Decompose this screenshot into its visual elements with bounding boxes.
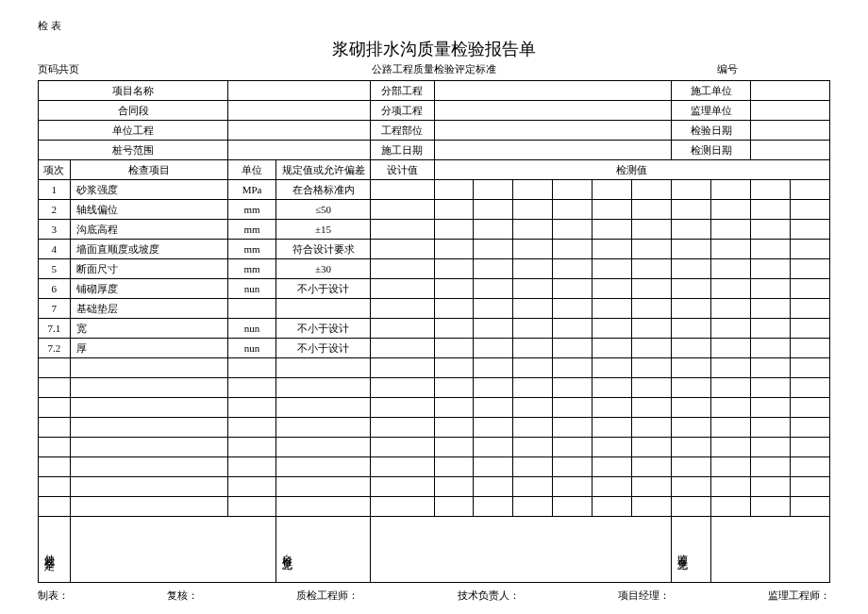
table-row [39,497,830,517]
label-inspect-date: 检验日期 [672,121,751,141]
supervise-cell [711,517,830,583]
appearance-cell [70,517,275,583]
footer-qc-engineer: 质检工程师： [296,589,359,603]
label-supervise-unit: 监理单位 [672,101,751,121]
header-row-2: 合同段 分项工程 监理单位 [39,101,830,121]
footer-maker: 制表： [38,589,69,603]
label-test-date: 检测日期 [672,141,751,160]
header-row-4: 桩号范围 施工日期 检测日期 [39,141,830,160]
table-row: 5 断面尺寸 mm ±30 [39,259,830,279]
label-construction-unit: 施工单位 [672,81,751,101]
subtitle-row: 页码共页 公路工程质量检验评定标准 编号 [38,62,830,76]
footer-row: 制表： 复核： 质检工程师： 技术负责人： 项目经理： 监理工程师： [38,589,830,603]
col-design: 设计值 [371,160,434,180]
bottom-row: 外观鉴定 自检意见 监理意见 [39,517,830,583]
table-row [39,477,830,497]
table-row: 7 基础垫层 [39,299,830,319]
report-table: 项目名称 分部工程 施工单位 合同段 分项工程 监理单位 单位工程 工程部位 检… [38,80,830,583]
label-part: 工程部位 [371,121,434,141]
table-row [39,358,830,378]
column-header-row: 项次 检查项目 单位 规定值或允许偏差 设计值 检测值 [39,160,830,180]
footer-supervise-engineer: 监理工程师： [768,589,830,603]
label-unit-project: 单位工程 [39,121,228,141]
table-row [39,398,830,418]
table-row: 1 砂浆强度 MPa 在合格标准内 [39,180,830,200]
standard-text: 公路工程质量检验评定标准 [151,62,717,76]
table-row: 4 墙面直顺度或坡度 mm 符合设计要求 [39,240,830,259]
table-row: 7.1 宽 nun 不小于设计 [39,319,830,339]
label-contract: 合同段 [39,101,228,121]
table-row: 7.2 厚 nun 不小于设计 [39,339,830,358]
col-spec: 规定值或允许偏差 [275,160,371,180]
table-row [39,418,830,438]
selfcheck-cell [371,517,672,583]
label-pile-range: 桩号范围 [39,141,228,160]
appearance-label: 外观鉴定 [39,517,71,583]
table-row: 3 沟底高程 mm ±15 [39,220,830,240]
selfcheck-label: 自检意见 [275,517,371,583]
header-row-3: 单位工程 工程部位 检验日期 [39,121,830,141]
header-row-1: 项目名称 分部工程 施工单位 [39,81,830,101]
main-title: 浆砌排水沟质量检验报告单 [151,38,717,60]
footer-reviewer: 复核： [167,589,198,603]
col-seq: 项次 [39,160,71,180]
col-unit: 单位 [228,160,275,180]
col-measured: 检测值 [434,160,830,180]
label-subitem: 分项工程 [371,101,434,121]
footer-pm: 项目经理： [618,589,670,603]
footer-tech-lead: 技术负责人： [458,589,520,603]
table-row [39,457,830,477]
supervise-label: 监理意见 [672,517,711,583]
table-row: 6 铺砌厚度 nun 不小于设计 [39,279,830,299]
table-row [39,438,830,457]
table-row: 2 轴线偏位 mm ≤50 [39,200,830,220]
number-label: 编号 [717,62,830,76]
label-construct-date: 施工日期 [371,141,434,160]
label-project-name: 项目名称 [39,81,228,101]
check-table-label: 检 表 [38,19,830,33]
col-item: 检查项目 [70,160,228,180]
table-row [39,378,830,398]
title-row: 浆砌排水沟质量检验报告单 [38,38,830,60]
label-subproject: 分部工程 [371,81,434,101]
page-info: 页码共页 [38,62,151,76]
